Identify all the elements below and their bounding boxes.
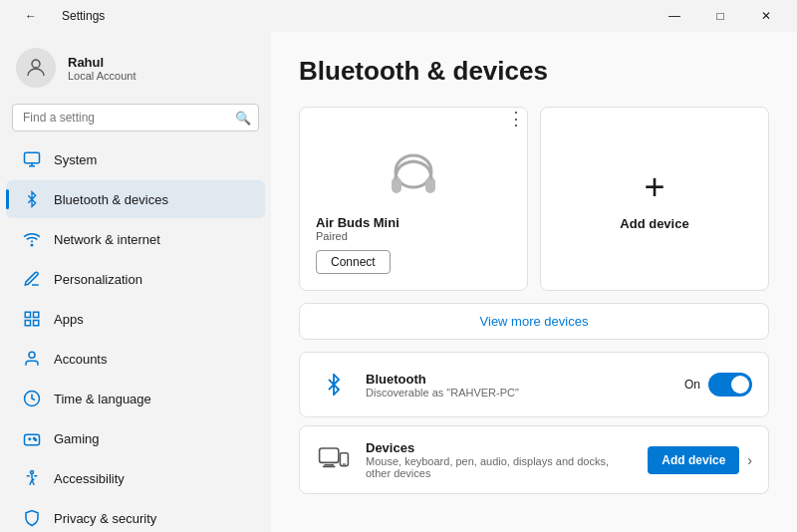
connect-button[interactable]: Connect bbox=[316, 250, 391, 274]
time-icon bbox=[22, 389, 42, 408]
bluetooth-toggle-section: On bbox=[684, 373, 752, 397]
titlebar-left: ← Settings bbox=[8, 0, 105, 32]
minimize-button[interactable]: — bbox=[652, 0, 697, 32]
devices-text: Devices Mouse, keyboard, pen, audio, dis… bbox=[366, 440, 634, 479]
sidebar-item-gaming[interactable]: Gaming bbox=[6, 419, 265, 457]
sidebar-item-accessibility[interactable]: Accessibility bbox=[6, 459, 265, 497]
device-menu-button[interactable]: ⋮ bbox=[507, 108, 527, 130]
bluetooth-setting-row: Bluetooth Discoverable as "RAHVER-PC" On bbox=[299, 352, 769, 417]
sidebar-item-network[interactable]: Network & internet bbox=[6, 220, 265, 258]
bluetooth-toggle[interactable] bbox=[708, 373, 752, 397]
sidebar-item-system-label: System bbox=[54, 152, 97, 167]
svg-rect-5 bbox=[34, 321, 39, 326]
system-icon bbox=[22, 149, 42, 169]
sidebar: Rahul Local Account 🔍 System bbox=[0, 32, 271, 532]
device-status: Paired bbox=[316, 230, 348, 242]
sidebar-item-accounts[interactable]: Accounts bbox=[6, 340, 265, 378]
view-more-button[interactable]: View more devices bbox=[299, 303, 769, 340]
sidebar-item-personalization[interactable]: Personalization bbox=[6, 260, 265, 298]
add-device-button[interactable]: Add device bbox=[648, 446, 739, 474]
bluetooth-on-label: On bbox=[684, 378, 700, 392]
add-device-card-label: Add device bbox=[620, 216, 688, 231]
devices-right: Add device › bbox=[648, 446, 752, 474]
svg-rect-18 bbox=[323, 465, 336, 467]
svg-rect-3 bbox=[25, 312, 30, 317]
sidebar-item-system[interactable]: System bbox=[6, 140, 265, 178]
add-icon: + bbox=[644, 166, 664, 208]
devices-subtitle: Mouse, keyboard, pen, audio, displays an… bbox=[366, 455, 634, 479]
svg-point-0 bbox=[32, 60, 40, 68]
sidebar-item-time[interactable]: Time & language bbox=[6, 380, 265, 417]
bluetooth-icon bbox=[22, 189, 42, 209]
sidebar-item-bluetooth-label: Bluetooth & devices bbox=[54, 192, 168, 207]
maximize-button[interactable]: □ bbox=[697, 0, 743, 32]
sidebar-item-apps[interactable]: Apps bbox=[6, 300, 265, 338]
svg-rect-15 bbox=[425, 177, 435, 193]
network-icon bbox=[22, 229, 42, 249]
content-area: Bluetooth & devices ⋮ Air Buds Mini Pair… bbox=[271, 32, 797, 532]
accounts-icon bbox=[22, 349, 42, 369]
svg-point-11 bbox=[35, 439, 37, 441]
sidebar-item-time-label: Time & language bbox=[54, 392, 151, 406]
bluetooth-subtitle: Discoverable as "RAHVER-PC" bbox=[366, 387, 670, 399]
svg-rect-4 bbox=[34, 312, 39, 317]
titlebar-controls: — □ ✕ bbox=[652, 0, 789, 32]
avatar bbox=[16, 48, 56, 88]
sidebar-item-privacy-label: Privacy & security bbox=[54, 511, 156, 526]
user-account-type: Local Account bbox=[68, 70, 136, 82]
main-layout: Rahul Local Account 🔍 System bbox=[0, 32, 797, 532]
svg-rect-16 bbox=[320, 448, 339, 462]
sidebar-item-privacy[interactable]: Privacy & security bbox=[6, 499, 265, 532]
titlebar: ← Settings — □ ✕ bbox=[0, 0, 797, 32]
svg-rect-1 bbox=[25, 152, 40, 163]
headphones-icon bbox=[382, 143, 445, 207]
sidebar-item-apps-label: Apps bbox=[54, 312, 84, 327]
sidebar-item-bluetooth[interactable]: Bluetooth & devices bbox=[6, 180, 265, 218]
sidebar-item-accessibility-label: Accessibility bbox=[54, 471, 125, 486]
sidebar-item-network-label: Network & internet bbox=[54, 232, 160, 247]
devices-title: Devices bbox=[366, 440, 634, 455]
search-box: 🔍 bbox=[12, 104, 259, 132]
sidebar-item-accounts-label: Accounts bbox=[54, 352, 107, 367]
personalization-icon bbox=[22, 269, 42, 289]
device-name: Air Buds Mini bbox=[316, 215, 399, 230]
airbuds-card: ⋮ Air Buds Mini Paired Connect bbox=[299, 107, 528, 291]
device-cards: ⋮ Air Buds Mini Paired Connect + Add dev… bbox=[299, 107, 769, 291]
sidebar-item-gaming-label: Gaming bbox=[54, 431, 100, 446]
accessibility-icon bbox=[22, 468, 42, 488]
devices-setting-row[interactable]: Devices Mouse, keyboard, pen, audio, dis… bbox=[299, 425, 769, 494]
svg-rect-14 bbox=[392, 177, 401, 193]
back-button[interactable]: ← bbox=[8, 0, 54, 32]
sidebar-item-personalization-label: Personalization bbox=[54, 272, 142, 287]
privacy-icon bbox=[22, 508, 42, 528]
svg-point-2 bbox=[31, 244, 33, 246]
search-input[interactable] bbox=[12, 104, 259, 132]
bluetooth-setting-icon bbox=[316, 367, 352, 402]
svg-point-7 bbox=[29, 352, 35, 358]
svg-rect-6 bbox=[25, 321, 30, 326]
user-name: Rahul bbox=[68, 55, 136, 70]
toggle-knob bbox=[731, 376, 749, 394]
page-title: Bluetooth & devices bbox=[299, 56, 769, 87]
svg-rect-17 bbox=[324, 464, 334, 466]
add-device-card[interactable]: + Add device bbox=[540, 107, 769, 291]
user-section: Rahul Local Account bbox=[0, 32, 271, 100]
bluetooth-text: Bluetooth Discoverable as "RAHVER-PC" bbox=[366, 372, 670, 399]
gaming-icon bbox=[22, 428, 42, 448]
search-icon: 🔍 bbox=[235, 111, 251, 126]
devices-icon bbox=[316, 442, 352, 478]
titlebar-title: Settings bbox=[62, 9, 105, 23]
bluetooth-title: Bluetooth bbox=[366, 372, 670, 387]
chevron-right-icon: › bbox=[747, 452, 752, 468]
close-button[interactable]: ✕ bbox=[743, 0, 789, 32]
apps-icon bbox=[22, 309, 42, 329]
svg-point-12 bbox=[31, 471, 34, 474]
user-info: Rahul Local Account bbox=[68, 55, 136, 82]
